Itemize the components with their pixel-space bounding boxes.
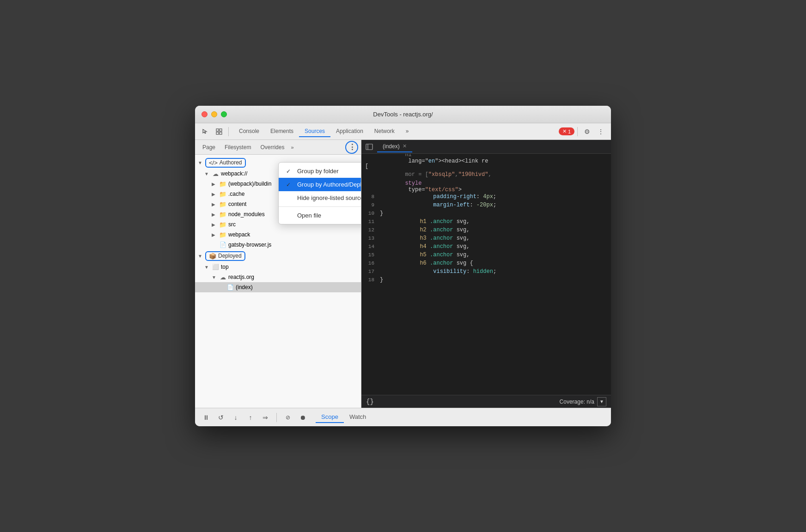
gatsby-browser-js[interactable]: ▶ 📄 gatsby-browser.js <box>195 240 361 250</box>
authored-label: Authored <box>220 159 242 166</box>
source-footer: {} Coverage: n/a ▼ <box>361 395 611 408</box>
toggle-sidebar-icon[interactable] <box>363 141 375 153</box>
source-panel: (index) ✕ nl lang="en"><head><link re [ <box>361 140 611 408</box>
file-icon-gatsby: 📄 <box>219 241 226 248</box>
format-button[interactable]: {} <box>366 398 374 405</box>
svg-rect-1 <box>220 129 222 131</box>
debugger-controls: ⏸ ↺ ↓ ↑ ⇒ ⊘ ⏺ <box>201 412 308 423</box>
webpack-arrow: ▼ <box>204 171 212 176</box>
sidebar-tab-more[interactable]: » <box>289 144 295 151</box>
deactivate-breakpoints-button[interactable]: ⊘ <box>282 412 293 423</box>
pause-button[interactable]: ⏸ <box>201 412 212 423</box>
index-file[interactable]: ▶ 📄 (index) <box>195 282 361 292</box>
svg-rect-2 <box>216 132 219 134</box>
hide-ignore-listed-item[interactable]: ✓ Hide ignore-listed sources 📌 <box>279 191 361 205</box>
deployed-section-header[interactable]: ▼ 📦 Deployed <box>195 250 361 262</box>
sidebar-tabs: Page Filesystem Overrides » ⋮ <box>195 140 361 155</box>
main-toolbar: Console Elements Sources Application Net… <box>195 123 611 140</box>
cache-arrow: ▶ <box>212 192 219 197</box>
open-file-item[interactable]: ✓ Open file ⌘ P <box>279 209 361 222</box>
tab-sources[interactable]: Sources <box>299 126 330 137</box>
step-into-button[interactable]: ↓ <box>230 412 241 423</box>
bottom-bar: ⏸ ↺ ↓ ↑ ⇒ ⊘ ⏺ Scope Watch <box>195 408 611 426</box>
traffic-lights <box>202 111 227 117</box>
webpack-url-label: webpack:// <box>221 170 247 177</box>
tab-more[interactable]: » <box>400 126 415 137</box>
window-title: DevTools - reactjs.org/ <box>373 111 433 118</box>
tab-elements[interactable]: Elements <box>265 126 299 137</box>
error-count: 1 <box>568 129 571 134</box>
source-code-area[interactable]: nl lang="en"><head><link re [ mor = ["xb… <box>361 154 611 395</box>
cloud-icon-reactjs: ☁ <box>219 273 226 281</box>
main-content: Page Filesystem Overrides » ⋮ ▼ </> Auth… <box>195 140 611 408</box>
src-label: src <box>228 221 236 228</box>
step-over-button[interactable]: ↺ <box>215 412 226 423</box>
tab-application[interactable]: Application <box>330 126 369 137</box>
svg-rect-4 <box>366 144 372 150</box>
maximize-button[interactable] <box>221 111 227 117</box>
source-tabs: (index) ✕ <box>361 140 611 154</box>
code-line-17: 17 visibility: hidden; <box>361 267 611 276</box>
inspect-icon[interactable] <box>213 125 226 138</box>
group-folder-check: ✓ <box>286 168 293 175</box>
error-icon: ✕ <box>562 128 567 134</box>
webpack-webpack[interactable]: ▶ 📁 webpack <box>195 230 361 240</box>
step-out-button[interactable]: ↑ <box>245 412 256 423</box>
devtools-window: DevTools - reactjs.org/ Console Elements… <box>195 106 611 426</box>
sidebar: Page Filesystem Overrides » ⋮ ▼ </> Auth… <box>195 140 361 408</box>
toolbar-divider-2 <box>577 127 578 136</box>
hide-ignore-label: Hide ignore-listed sources <box>297 194 361 201</box>
sidebar-tab-page[interactable]: Page <box>198 142 220 152</box>
svg-rect-3 <box>220 132 222 134</box>
deployed-badge: 📦 Deployed <box>205 251 245 261</box>
source-tab-close[interactable]: ✕ <box>403 143 407 149</box>
source-tab-index[interactable]: (index) ✕ <box>377 141 412 152</box>
folder-icon-src: 📁 <box>219 221 226 228</box>
scope-tabs: Scope Watch <box>308 411 605 423</box>
coverage-download-button[interactable]: ▼ <box>597 397 606 406</box>
authored-badge: </> Authored <box>205 158 246 168</box>
deployed-top[interactable]: ▼ ⬜ top <box>195 262 361 272</box>
src-arrow: ▶ <box>212 222 219 227</box>
reactjs-label: reactjs.org <box>228 274 254 280</box>
coverage-label: Coverage: n/a <box>560 399 594 405</box>
source-tab-label: (index) <box>383 143 400 150</box>
close-button[interactable] <box>202 111 208 117</box>
node-modules-arrow: ▶ <box>212 212 219 217</box>
deployed-reactjs[interactable]: ▼ ☁ reactjs.org <box>195 272 361 282</box>
group-by-authored-item[interactable]: ✓ Group by Authored/Deployed 📌 <box>279 178 361 191</box>
tab-network[interactable]: Network <box>369 126 400 137</box>
tab-bar: Console Elements Sources Application Net… <box>233 126 556 137</box>
menu-icon[interactable]: ⋮ <box>594 125 607 138</box>
group-by-folder-item[interactable]: ✓ Group by folder <box>279 164 361 178</box>
scope-tab-scope[interactable]: Scope <box>316 411 344 423</box>
deployed-arrow: ▼ <box>198 254 205 259</box>
scope-tab-watch[interactable]: Watch <box>344 411 372 423</box>
folder-icon-node-modules: 📁 <box>219 211 226 218</box>
folder-icon-webpack: 📁 <box>219 231 226 238</box>
svg-rect-0 <box>216 129 219 131</box>
tab-console[interactable]: Console <box>233 126 265 137</box>
sidebar-tab-overrides[interactable]: Overrides <box>256 142 289 152</box>
node-modules-label: node_modules <box>228 211 265 218</box>
pause-exceptions-button[interactable]: ⏺ <box>297 412 308 423</box>
index-label: (index) <box>236 284 253 290</box>
cache-label: .cache <box>228 191 244 197</box>
code-bracket-icon: </> <box>209 159 218 166</box>
group-authored-label: Group by Authored/Deployed <box>297 181 361 188</box>
sidebar-tab-filesystem[interactable]: Filesystem <box>220 142 256 152</box>
step-button[interactable]: ⇒ <box>260 412 271 423</box>
group-folder-label: Group by folder <box>297 168 339 175</box>
three-dot-menu-button[interactable]: ⋮ <box>345 141 358 154</box>
content-arrow: ▶ <box>212 202 219 207</box>
minimize-button[interactable] <box>211 111 217 117</box>
gatsby-label: gatsby-browser.js <box>228 242 271 248</box>
authored-arrow: ▼ <box>198 160 205 165</box>
error-badge[interactable]: ✕ 1 <box>559 127 574 135</box>
cube-icon: 📦 <box>209 253 216 260</box>
code-line-9: 9 margin-left: -20px; <box>361 201 611 209</box>
settings-icon[interactable]: ⚙ <box>580 125 593 138</box>
folder-icon-cache: 📁 <box>219 190 226 198</box>
toolbar-divider-1 <box>228 127 229 136</box>
cursor-icon[interactable] <box>199 125 212 138</box>
